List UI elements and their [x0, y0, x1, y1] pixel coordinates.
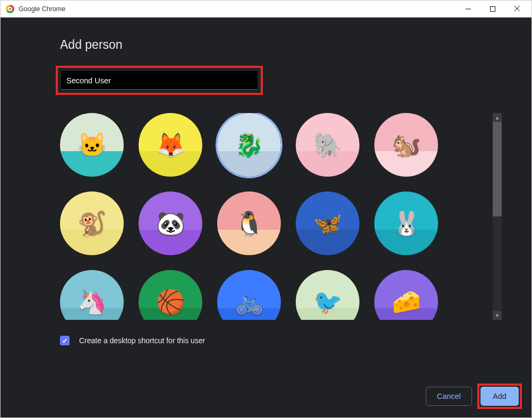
window-maximize-button[interactable]	[480, 1, 505, 17]
avatar-origami-monkey[interactable]: 🐒	[60, 191, 124, 255]
avatar-glyph-icon: 🦄	[78, 288, 107, 316]
scrollbar-track[interactable]	[493, 122, 502, 311]
avatar-origami-fox[interactable]: 🦊	[139, 113, 202, 177]
avatar-glyph-icon: 🐰	[392, 210, 421, 237]
avatar-glyph-icon: 🐱	[78, 131, 107, 159]
avatar-scroll-viewport: 🐱🦊🐉🐘🐿️🐒🐼🐧🦋🐰🦄🏀🚲🐦🧀	[60, 113, 493, 320]
avatar-bird[interactable]: 🐦	[296, 270, 359, 320]
window-titlebar: Google Chrome	[1, 1, 531, 18]
window-minimize-button[interactable]	[456, 1, 480, 17]
scrollbar-up-button[interactable]: ▲	[493, 113, 502, 122]
desktop-shortcut-checkbox[interactable]: ✓	[60, 336, 70, 345]
minimize-icon	[466, 6, 471, 12]
checkmark-icon: ✓	[62, 337, 68, 345]
avatar-glyph-icon: 🐼	[156, 210, 185, 237]
window-close-button[interactable]	[505, 1, 529, 17]
add-button-highlight: Add	[477, 384, 522, 409]
avatar-origami-cat[interactable]: 🐱	[60, 113, 124, 177]
chrome-logo-icon	[6, 5, 14, 13]
avatar-glyph-icon: 🐿️	[392, 131, 421, 159]
avatar-glyph-icon: 🐦	[313, 288, 342, 316]
avatar-origami-unicorn[interactable]: 🦄	[60, 270, 124, 320]
dialog-heading: Add person	[60, 38, 502, 52]
avatar-picker: 🐱🦊🐉🐘🐿️🐒🐼🐧🦋🐰🦄🏀🚲🐦🧀 ▲ ▼	[60, 113, 502, 320]
avatar-grid: 🐱🦊🐉🐘🐿️🐒🐼🐧🦋🐰🦄🏀🚲🐦🧀	[60, 113, 487, 320]
scrollbar-down-button[interactable]: ▼	[493, 311, 502, 320]
avatar-origami-panda[interactable]: 🐼	[139, 191, 202, 255]
cancel-button[interactable]: Cancel	[426, 387, 472, 406]
scrollbar-thumb[interactable]	[493, 122, 502, 216]
avatar-glyph-icon: 🦋	[313, 210, 342, 237]
desktop-shortcut-row: ✓ Create a desktop shortcut for this use…	[60, 336, 502, 345]
avatar-glyph-icon: 🐘	[313, 131, 342, 159]
avatar-bicycle[interactable]: 🚲	[217, 270, 281, 320]
avatar-origami-butterfly[interactable]: 🦋	[296, 191, 359, 255]
avatar-scrollbar[interactable]: ▲ ▼	[493, 113, 502, 320]
svg-rect-1	[491, 6, 495, 11]
avatar-glyph-icon: 🦊	[156, 131, 185, 159]
avatar-glyph-icon: 🐉	[235, 131, 264, 159]
avatar-glyph-icon: 🚲	[235, 288, 264, 316]
avatar-origami-penguin[interactable]: 🐧	[217, 191, 281, 255]
add-person-dialog: Add person 🐱🦊🐉🐘🐿️🐒🐼🐧🦋🐰🦄🏀🚲🐦🧀 ▲ ▼ ✓ Create…	[1, 18, 531, 417]
maximize-icon	[490, 6, 495, 12]
window-title: Google Chrome	[19, 5, 65, 13]
desktop-shortcut-label: Create a desktop shortcut for this user	[79, 336, 205, 345]
avatar-origami-dragon[interactable]: 🐉	[217, 113, 281, 177]
add-button[interactable]: Add	[480, 387, 519, 406]
avatar-glyph-icon: 🧀	[392, 288, 421, 316]
dialog-button-row: Cancel Add	[426, 384, 522, 409]
avatar-origami-squirrel[interactable]: 🐿️	[374, 113, 438, 177]
close-icon	[514, 6, 520, 12]
avatar-glyph-icon: 🐒	[78, 210, 107, 237]
name-input-highlight	[56, 66, 263, 95]
avatar-origami-rabbit[interactable]: 🐰	[374, 191, 438, 255]
avatar-cheese[interactable]: 🧀	[374, 270, 438, 320]
avatar-glyph-icon: 🐧	[235, 210, 264, 237]
avatar-glyph-icon: 🏀	[156, 288, 185, 316]
avatar-basketball[interactable]: 🏀	[139, 270, 202, 320]
avatar-origami-elephant[interactable]: 🐘	[296, 113, 359, 177]
person-name-input[interactable]	[61, 71, 258, 90]
